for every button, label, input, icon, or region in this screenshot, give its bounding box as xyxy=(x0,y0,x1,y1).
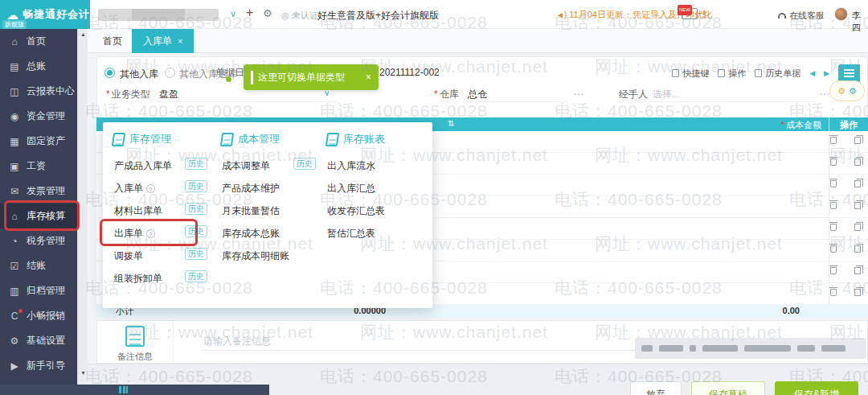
sidebar-item-beginner-guide[interactable]: ▶新手引导 xyxy=(0,353,77,378)
copy-row-icon[interactable] xyxy=(854,289,861,296)
menu-in-out-summary[interactable]: 出入库汇总 xyxy=(327,182,375,195)
sidebar-item-general-ledger[interactable]: ▤总账 xyxy=(0,54,77,79)
handler-field-label: 经手人 xyxy=(619,88,648,101)
sidebar-item-archive[interactable]: ▥归档管理 xyxy=(0,278,77,303)
delete-row-icon[interactable] xyxy=(830,202,837,209)
user-name[interactable]: 李四 xyxy=(852,10,868,34)
history-badge[interactable]: 历史 xyxy=(185,248,207,260)
sidebar-item-home[interactable]: ⌂首页 xyxy=(0,29,77,54)
copy-row-icon[interactable] xyxy=(854,180,861,187)
warehouse-field-label: *仓库 xyxy=(434,88,459,101)
assets-icon: ▦ xyxy=(9,136,20,147)
menu-assembly-order[interactable]: 组装拆卸单 xyxy=(114,272,162,286)
copy-row-icon[interactable] xyxy=(854,245,861,253)
save-draft-button[interactable]: 保存草稿 xyxy=(691,381,765,395)
copy-row-icon[interactable] xyxy=(854,137,861,144)
menu-inventory-cost-ledger[interactable]: 库存成本总账 xyxy=(222,227,280,241)
doc-stack-icon xyxy=(112,133,125,146)
notepad-icon xyxy=(125,326,145,347)
tooltip-close-icon[interactable]: × xyxy=(366,72,371,83)
menu-transfer-order[interactable]: 调拨单 xyxy=(114,249,143,263)
warehouse-value[interactable]: 总仓 xyxy=(468,88,487,101)
online-support-button[interactable]: 在线客服 xyxy=(778,10,825,22)
delete-row-icon[interactable] xyxy=(830,224,837,231)
sidebar-item-reimburse[interactable]: C小畅报销 xyxy=(0,303,77,328)
shortcut-keys-button[interactable]: 快捷键 xyxy=(672,68,709,80)
amount-settings-button[interactable]: ⚙⚙ xyxy=(829,80,865,101)
history-badge[interactable]: 历史 xyxy=(185,270,207,282)
menu-inbound-order[interactable]: 入库单? xyxy=(114,182,155,195)
delete-row-icon[interactable] xyxy=(830,267,837,274)
sidebar-item-payroll[interactable]: ▣工资 xyxy=(0,154,77,179)
cost-mgmt-header: 成本管理 xyxy=(221,132,280,146)
copy-row-icon[interactable] xyxy=(854,267,861,274)
delete-row-icon[interactable] xyxy=(830,245,837,253)
list-view-button[interactable] xyxy=(838,64,860,82)
sidebar-item-cloud-reports[interactable]: ◫云报表中心 xyxy=(0,79,77,104)
copy-row-icon[interactable] xyxy=(854,158,861,166)
discard-button[interactable]: 放弃 xyxy=(630,381,682,395)
prev-doc-arrow[interactable]: ◀ xyxy=(809,69,815,77)
menu-month-end-estimate[interactable]: 月末批量暂估 xyxy=(222,204,280,218)
account-name-redacted[interactable] xyxy=(98,9,219,21)
sort-icon[interactable]: ⇅ xyxy=(448,119,454,128)
bottom-collapse-bar[interactable] xyxy=(0,385,269,395)
report-icon: ◫ xyxy=(9,86,20,97)
warehouse-more-button[interactable]: ... xyxy=(574,86,584,97)
sidebar-item-funds[interactable]: ◉资金管理 xyxy=(0,104,77,129)
menu-estimate-summary[interactable]: 暂估汇总表 xyxy=(327,227,375,241)
biz-type-value[interactable]: 盘盈 xyxy=(159,88,178,101)
history-badge[interactable]: 历史 xyxy=(185,180,207,192)
radio-other-inbound-return[interactable] xyxy=(165,68,175,78)
sidebar-item-fixed-assets[interactable]: ▦固定资产 xyxy=(0,129,77,154)
menu-product-cost-maintain[interactable]: 产品成本维护 xyxy=(222,182,280,195)
tooltip-text: 这里可切换单据类型 xyxy=(251,71,345,84)
scroll-up-icon[interactable]: ▲ xyxy=(80,31,86,37)
help-icon[interactable]: ? xyxy=(146,184,155,193)
menu-material-outbound[interactable]: 材料出库单 xyxy=(114,204,162,218)
payroll-icon: ▣ xyxy=(9,161,20,172)
scroll-down-icon[interactable]: ▼ xyxy=(80,370,86,376)
archive-icon: ▥ xyxy=(9,286,20,297)
close-tab-icon[interactable]: × xyxy=(178,36,182,46)
user-avatar[interactable] xyxy=(834,7,848,21)
radio-other-inbound[interactable] xyxy=(104,68,115,78)
next-doc-arrow[interactable]: ▶ xyxy=(824,69,829,77)
save-and-new-button[interactable]: 保存&新增 xyxy=(775,381,858,395)
copy-row-icon[interactable] xyxy=(854,202,861,209)
delete-row-icon[interactable] xyxy=(830,137,837,144)
tab-inbound-order[interactable]: 入库单× xyxy=(132,29,194,53)
add-tab-button[interactable]: + xyxy=(246,6,253,20)
delete-row-icon[interactable] xyxy=(830,180,837,187)
reimburse-icon: C xyxy=(9,311,20,322)
delete-row-icon[interactable] xyxy=(830,289,837,296)
sidebar-item-basic-settings[interactable]: ⚙基础设置 xyxy=(0,328,77,353)
tab-home[interactable]: 首页 xyxy=(92,29,133,53)
video-guide-icon[interactable]: ▶NEW xyxy=(682,8,698,19)
menu-inventory-cost-detail[interactable]: 库存成本明细账 xyxy=(222,249,289,263)
cert-status-badge: ◎ 未认证 xyxy=(281,10,318,22)
inventory-reports-header: 库存账表 xyxy=(326,132,385,146)
settings-gear-icon[interactable]: ⚙ xyxy=(263,7,272,19)
operations-button[interactable]: 操作 xyxy=(718,68,746,80)
menu-receive-send-summary[interactable]: 收发存汇总表 xyxy=(327,204,385,218)
invoice-icon: ✉ xyxy=(9,186,20,197)
menu-finished-goods-inbound[interactable]: 产成品入库单 xyxy=(114,159,172,173)
sidebar-item-tax[interactable]: ◔税务管理 xyxy=(0,228,77,253)
menu-cost-adjustment[interactable]: 成本调整单 xyxy=(222,159,270,173)
chevron-down-icon[interactable]: ∨ xyxy=(230,9,236,19)
history-badge[interactable]: 历史 xyxy=(185,158,207,170)
history-badge[interactable]: 历史 xyxy=(185,203,207,215)
gear-teal-icon: ⚙ xyxy=(849,86,857,97)
edition-label: 好生意普及版+好会计旗舰版 xyxy=(317,9,439,23)
menu-in-out-flow[interactable]: 出入库流水 xyxy=(327,159,375,173)
history-badge[interactable]: 历史 xyxy=(293,158,316,170)
radio-other-inbound-label[interactable]: 其他入库 xyxy=(120,68,158,81)
handler-placeholder[interactable]: 选择... xyxy=(653,88,680,101)
history-docs-button[interactable]: 历史单据 xyxy=(755,68,800,80)
delete-row-icon[interactable] xyxy=(830,158,837,166)
copy-row-icon[interactable] xyxy=(854,224,861,231)
doc-number[interactable]: 20211112-002 xyxy=(379,67,440,78)
annotation-box-outbound-order xyxy=(100,219,198,246)
sidebar-item-closing[interactable]: ☑结账 xyxy=(0,253,77,278)
